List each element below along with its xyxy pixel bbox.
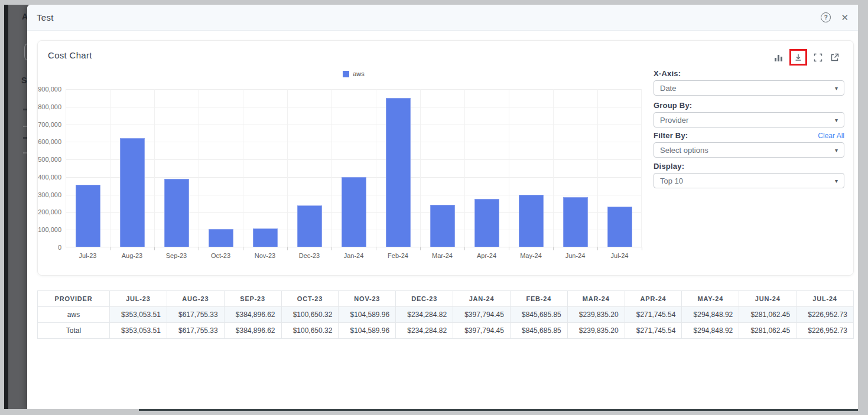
close-icon[interactable]: ✕ xyxy=(841,13,849,22)
y-axis-tick-label: 200,000 xyxy=(38,208,61,215)
bar-Aug-23[interactable] xyxy=(120,138,145,247)
display-select[interactable]: Top 10 ▾ xyxy=(654,173,844,188)
download-icon[interactable] xyxy=(793,52,804,63)
cost-cell: $234,284.82 xyxy=(396,307,453,323)
y-axis-tick-label: 800,000 xyxy=(38,103,61,110)
bar-Jul-23[interactable] xyxy=(76,185,100,247)
display-label: Display: xyxy=(654,162,684,171)
chart-type-icon[interactable] xyxy=(773,52,784,63)
bar-May-24[interactable] xyxy=(519,195,544,247)
column-header: NOV-23 xyxy=(339,291,396,307)
background-bottom-edge xyxy=(139,409,858,411)
gridline-horizontal xyxy=(66,89,642,90)
cost-cell: $397,794.45 xyxy=(453,323,511,339)
card-title: Cost Chart xyxy=(48,50,92,60)
x-axis-tick xyxy=(110,247,110,250)
gridline-vertical xyxy=(509,89,509,247)
bar-Jan-24[interactable] xyxy=(342,177,366,247)
app-window: Al Se Test ? ✕ Cost Chart xyxy=(4,5,858,409)
gridline-vertical xyxy=(553,89,554,247)
gridline-vertical xyxy=(464,89,465,247)
bar-Mar-24[interactable] xyxy=(430,205,455,247)
bar-Dec-23[interactable] xyxy=(297,205,322,247)
cost-cell: $294,848.92 xyxy=(682,307,739,323)
x-axis-tick xyxy=(331,247,332,250)
cost-cell: $271,745.54 xyxy=(625,307,682,323)
cost-table-container: PROVIDERJUL-23AUG-23SEP-23OCT-23NOV-23DE… xyxy=(37,290,854,339)
cost-cell: $226,952.73 xyxy=(797,307,854,323)
bar-Sep-23[interactable] xyxy=(164,179,189,247)
cost-cell: $384,896.62 xyxy=(224,307,281,323)
display-select-value: Top 10 xyxy=(660,177,683,185)
chevron-down-icon: ▾ xyxy=(835,85,838,92)
column-header: MAR-24 xyxy=(567,291,625,307)
gridline-vertical xyxy=(199,89,199,247)
cost-cell: $294,848.92 xyxy=(682,323,739,339)
download-annotation-box xyxy=(789,49,807,66)
cost-cell: $281,062.45 xyxy=(739,307,797,323)
x-axis-tick xyxy=(154,247,155,250)
y-axis-tick-label: 300,000 xyxy=(38,191,61,198)
table-row-aws: aws$353,053.51$617,755.33$384,896.62$100… xyxy=(38,307,854,323)
clear-all-link[interactable]: Clear All xyxy=(818,132,844,140)
bar-Nov-23[interactable] xyxy=(253,228,278,247)
group-by-label: Group By: xyxy=(654,101,692,110)
filter-by-select[interactable]: Select options ▾ xyxy=(654,142,844,158)
chart-toolbar xyxy=(773,49,840,66)
x-axis-select[interactable]: Date ▾ xyxy=(654,80,844,96)
x-axis-tick-label: Jun-24 xyxy=(553,252,597,259)
x-axis-tick-label: Oct-23 xyxy=(199,252,243,259)
chevron-down-icon: ▾ xyxy=(835,178,838,184)
column-header: DEC-23 xyxy=(396,291,453,307)
cost-chart-card: Cost Chart xyxy=(37,40,854,276)
fullscreen-icon[interactable] xyxy=(812,52,824,63)
cost-cell: $239,835.20 xyxy=(567,307,625,323)
gridline-vertical xyxy=(331,89,332,247)
column-header: JUN-24 xyxy=(739,291,797,307)
filter-by-row: Filter By: Clear All xyxy=(654,131,844,140)
chevron-down-icon: ▾ xyxy=(835,147,838,153)
column-header: FEB-24 xyxy=(510,291,567,307)
bar-Jul-24[interactable] xyxy=(607,207,632,247)
column-header: JAN-24 xyxy=(453,291,511,307)
column-header: JUL-23 xyxy=(110,291,167,307)
y-axis-tick-label: 700,000 xyxy=(38,121,61,128)
cost-cell: $271,745.54 xyxy=(625,323,682,339)
x-axis-tick-label: Sep-23 xyxy=(154,252,199,259)
modal-header-icons: ? ✕ xyxy=(821,12,849,22)
y-axis-tick-label: 500,000 xyxy=(38,156,61,163)
y-axis-tick-label: 100,000 xyxy=(38,226,61,233)
x-axis-tick xyxy=(199,247,199,250)
bar-Oct-23[interactable] xyxy=(209,229,233,247)
cost-table: PROVIDERJUL-23AUG-23SEP-23OCT-23NOV-23DE… xyxy=(37,290,854,339)
x-axis-tick xyxy=(464,247,465,250)
x-axis-tick-label: Jul-24 xyxy=(597,252,642,259)
gridline-vertical xyxy=(110,89,110,247)
x-axis-tick xyxy=(420,247,421,250)
x-axis-tick-label: Nov-23 xyxy=(243,252,287,259)
cost-cell: $617,755.33 xyxy=(167,307,224,323)
column-header: OCT-23 xyxy=(281,291,339,307)
y-axis-tick-label: 0 xyxy=(38,244,61,251)
bar-Feb-24[interactable] xyxy=(386,98,411,247)
legend-swatch-aws xyxy=(343,71,349,77)
table-header-row: PROVIDERJUL-23AUG-23SEP-23OCT-23NOV-23DE… xyxy=(38,291,854,307)
x-axis-tick-label: Dec-23 xyxy=(287,252,331,259)
x-axis-tick xyxy=(509,247,509,250)
gridline-vertical xyxy=(287,89,288,247)
bar-Jun-24[interactable] xyxy=(563,197,588,247)
help-icon[interactable]: ? xyxy=(821,12,831,22)
x-axis-tick-label: Aug-23 xyxy=(110,252,154,259)
test-modal: Test ? ✕ Cost Chart xyxy=(27,5,858,409)
modal-title: Test xyxy=(37,12,54,22)
filter-by-select-value: Select options xyxy=(660,146,708,155)
gridline-vertical xyxy=(66,89,66,247)
open-external-icon[interactable] xyxy=(829,52,840,63)
chart-legend: aws xyxy=(66,70,642,77)
gridline-horizontal xyxy=(66,142,642,142)
x-axis-label: X-Axis: xyxy=(654,69,681,78)
group-by-select[interactable]: Provider ▾ xyxy=(654,112,844,128)
bar-Apr-24[interactable] xyxy=(474,199,499,247)
legend-label-aws: aws xyxy=(353,70,365,77)
column-header: MAY-24 xyxy=(682,291,739,307)
